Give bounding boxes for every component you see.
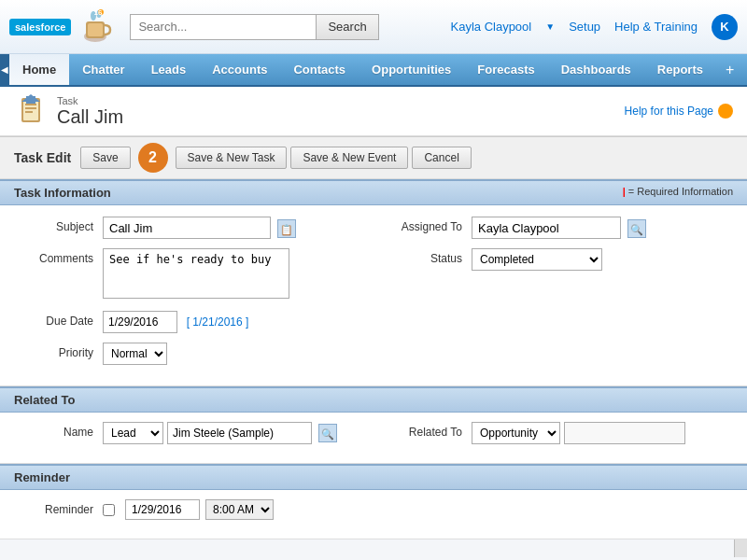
cancel-button[interactable]: Cancel (412, 147, 471, 169)
task-information-header: Task Information | = Required Informatio… (0, 179, 747, 205)
comments-field: See if he's ready to buy (103, 248, 364, 301)
reminder-field: 7:00 AM 7:30 AM 8:00 AM 8:30 AM 9:00 AM (103, 499, 728, 520)
page-title: Call Jim (57, 106, 123, 128)
breadcrumb-title-group: Task Call Jim (57, 95, 123, 128)
breadcrumb: Task (57, 95, 123, 106)
search-area: Search (130, 14, 450, 40)
assigned-to-label: Assigned To (383, 217, 472, 233)
status-label: Status (383, 248, 472, 265)
name-row: Name Lead Contact 🔍 (19, 422, 364, 444)
required-dot: | (623, 186, 626, 197)
logo-icon: 16 (75, 7, 116, 48)
related-to-two-col: Name Lead Contact 🔍 Related To Opportuni… (19, 422, 728, 454)
status-field: Not Started In Progress Completed Waitin… (472, 248, 728, 271)
nav-item-contacts[interactable]: Contacts (280, 54, 359, 85)
subject-label: Subject (19, 217, 103, 233)
form-col-left: Subject 📋 Comments See if he's ready to … (19, 217, 364, 374)
due-date-field: [ 1/21/2016 ] (103, 311, 364, 333)
comments-textarea[interactable]: See if he's ready to buy (103, 248, 289, 299)
due-date-label: Due Date (19, 311, 103, 328)
related-to-type-label: Related To (383, 422, 472, 439)
reminder-header: Reminder (0, 464, 747, 490)
search-button[interactable]: Search (317, 14, 378, 40)
related-to-header: Related To (0, 386, 747, 413)
help-badge (718, 104, 733, 119)
subject-input[interactable] (103, 217, 271, 239)
task-edit-title: Task Edit (14, 150, 71, 165)
help-area: Help for this Page (625, 104, 733, 119)
svg-rect-10 (25, 107, 36, 109)
related-to-col-left: Name Lead Contact 🔍 (19, 422, 364, 454)
reminder-body: Reminder 7:00 AM 7:30 AM 8:00 AM 8:30 AM… (0, 490, 747, 539)
nav-add-button[interactable]: + (716, 54, 743, 85)
user-dropdown-arrow[interactable]: ▼ (545, 21, 555, 32)
svg-rect-2 (88, 23, 103, 36)
task-information-body: Subject 📋 Comments See if he's ready to … (0, 205, 747, 386)
status-row: Status Not Started In Progress Completed… (383, 248, 728, 271)
related-to-col-right: Related To Opportunity Account Case (364, 422, 728, 454)
nav-item-reports[interactable]: Reports (644, 54, 716, 85)
svg-rect-9 (25, 104, 36, 105)
required-label: = Required Information (628, 186, 733, 197)
name-label: Name (19, 422, 103, 439)
priority-select[interactable]: High Normal Low (103, 343, 167, 365)
priority-field: High Normal Low (103, 343, 364, 365)
setup-link[interactable]: Setup (569, 20, 600, 34)
nav-item-opportunities[interactable]: Opportunities (359, 54, 464, 85)
nav-item-home[interactable]: Home (9, 54, 69, 85)
top-header: salesforce 16 Search Kayla Claypool (0, 0, 747, 54)
nav-item-forecasts[interactable]: Forecasts (464, 54, 547, 85)
step-badge: 2 (138, 143, 168, 173)
svg-rect-13 (26, 96, 35, 104)
reminder-title: Reminder (14, 470, 70, 484)
name-field: Lead Contact 🔍 (103, 422, 364, 444)
task-icon (14, 94, 48, 128)
assigned-to-lookup-icon[interactable]: 🔍 (627, 219, 646, 238)
task-edit-toolbar: Task Edit Save 2 Save & New Task Save & … (0, 136, 747, 179)
related-to-value-input[interactable] (564, 422, 685, 444)
user-name[interactable]: Kayla Claypool (451, 20, 532, 34)
page-title-section: Task Call Jim (14, 94, 123, 128)
reminder-checkbox[interactable] (103, 504, 115, 516)
comments-row: Comments See if he's ready to buy (19, 248, 364, 301)
due-date-input[interactable] (103, 311, 177, 333)
nav-left-arrow[interactable]: ◀ (0, 54, 9, 85)
reminder-date-input[interactable] (125, 499, 200, 520)
task-info-two-col: Subject 📋 Comments See if he's ready to … (19, 217, 728, 374)
subject-lookup-icon[interactable]: 📋 (277, 219, 296, 238)
help-training-link[interactable]: Help & Training (614, 20, 698, 34)
salesforce-logo: salesforce (9, 19, 71, 35)
priority-row: Priority High Normal Low (19, 343, 364, 365)
related-to-type-row: Related To Opportunity Account Case (383, 422, 728, 444)
user-avatar: K (712, 14, 738, 40)
assigned-to-input[interactable] (472, 217, 621, 239)
name-value-input[interactable] (167, 422, 312, 444)
name-type-select[interactable]: Lead Contact (103, 422, 163, 444)
related-to-type-field: Opportunity Account Case (472, 422, 728, 444)
task-information-title: Task Information (14, 186, 111, 200)
nav-item-leads[interactable]: Leads (138, 54, 200, 85)
svg-text:16: 16 (94, 8, 103, 17)
priority-label: Priority (19, 343, 103, 359)
save-new-event-button[interactable]: Save & New Event (290, 147, 408, 169)
related-to-body: Name Lead Contact 🔍 Related To Opportuni… (0, 413, 747, 464)
search-input[interactable] (130, 14, 317, 40)
reminder-time-select[interactable]: 7:00 AM 7:30 AM 8:00 AM 8:30 AM 9:00 AM (205, 499, 274, 520)
form-col-right: Assigned To 🔍 Status Not Started In Prog… (364, 217, 728, 374)
reminder-label: Reminder (19, 499, 103, 516)
help-page-link[interactable]: Help for this Page (625, 105, 713, 118)
save-button[interactable]: Save (80, 147, 130, 169)
status-select[interactable]: Not Started In Progress Completed Waitin… (472, 248, 602, 271)
scrollbar-right[interactable] (734, 539, 747, 557)
related-to-type-select[interactable]: Opportunity Account Case (472, 422, 560, 444)
name-lookup-icon[interactable]: 🔍 (318, 424, 337, 442)
nav-item-chatter[interactable]: Chatter (69, 54, 138, 85)
nav-item-dashboards[interactable]: Dashboards (548, 54, 644, 85)
due-date-row: Due Date [ 1/21/2016 ] (19, 311, 364, 333)
nav-item-accounts[interactable]: Accounts (199, 54, 280, 85)
logo-area: salesforce 16 (9, 7, 116, 48)
subject-field: 📋 (103, 217, 364, 239)
comments-label: Comments (19, 248, 103, 265)
date-bracket-link[interactable]: [ 1/21/2016 ] (187, 315, 249, 329)
save-new-task-button[interactable]: Save & New Task (176, 147, 288, 169)
